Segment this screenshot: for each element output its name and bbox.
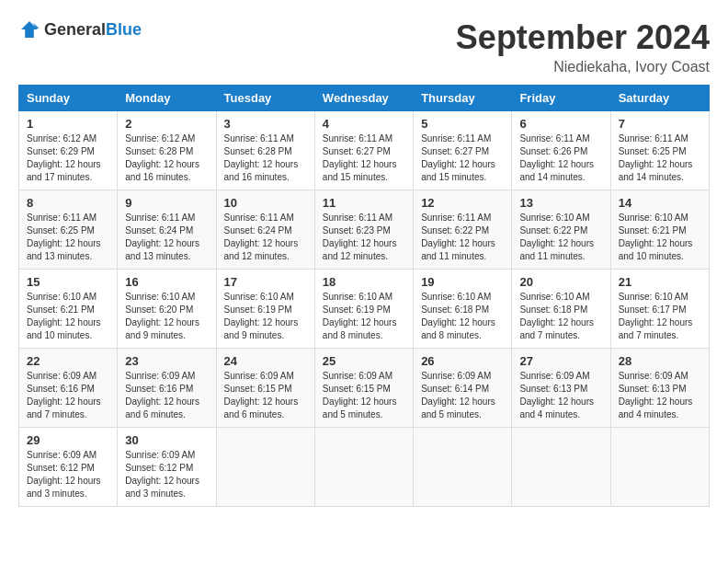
day-cell: 15Sunrise: 6:10 AM Sunset: 6:21 PM Dayli…	[19, 270, 118, 349]
day-number: 16	[125, 275, 208, 289]
day-info: Sunrise: 6:11 AM Sunset: 6:27 PM Dayligh…	[323, 132, 405, 184]
day-number: 21	[619, 275, 701, 289]
day-number: 2	[125, 117, 208, 131]
svg-marker-0	[21, 21, 38, 38]
week-row-3: 15Sunrise: 6:10 AM Sunset: 6:21 PM Dayli…	[19, 270, 710, 349]
day-number: 30	[125, 433, 208, 447]
header-cell-monday: Monday	[118, 86, 216, 111]
day-cell: 26Sunrise: 6:09 AM Sunset: 6:14 PM Dayli…	[414, 349, 512, 428]
day-cell: 6Sunrise: 6:11 AM Sunset: 6:26 PM Daylig…	[512, 111, 610, 190]
calendar-header: SundayMondayTuesdayWednesdayThursdayFrid…	[19, 86, 710, 111]
calendar-table: SundayMondayTuesdayWednesdayThursdayFrid…	[18, 85, 710, 507]
day-info: Sunrise: 6:09 AM Sunset: 6:12 PM Dayligh…	[27, 449, 109, 500]
day-info: Sunrise: 6:12 AM Sunset: 6:28 PM Dayligh…	[125, 132, 208, 184]
day-number: 23	[125, 354, 208, 368]
day-info: Sunrise: 6:09 AM Sunset: 6:16 PM Dayligh…	[125, 370, 208, 421]
day-info: Sunrise: 6:11 AM Sunset: 6:24 PM Dayligh…	[224, 212, 307, 263]
day-info: Sunrise: 6:10 AM Sunset: 6:18 PM Dayligh…	[519, 291, 602, 342]
day-number: 27	[519, 354, 602, 368]
day-number: 20	[519, 275, 602, 289]
day-info: Sunrise: 6:09 AM Sunset: 6:14 PM Dayligh…	[421, 370, 504, 421]
day-number: 5	[421, 117, 504, 131]
day-cell: 19Sunrise: 6:10 AM Sunset: 6:18 PM Dayli…	[414, 270, 512, 349]
day-number: 18	[323, 275, 405, 289]
day-info: Sunrise: 6:12 AM Sunset: 6:29 PM Dayligh…	[27, 132, 109, 184]
day-cell: 30Sunrise: 6:09 AM Sunset: 6:12 PM Dayli…	[118, 428, 216, 507]
day-number: 14	[619, 196, 701, 210]
day-cell: 20Sunrise: 6:10 AM Sunset: 6:18 PM Dayli…	[512, 270, 610, 349]
month-title: September 2024	[456, 18, 710, 57]
day-cell: 17Sunrise: 6:10 AM Sunset: 6:19 PM Dayli…	[216, 270, 314, 349]
page-header: GeneralBlue September 2024 Niediekaha, I…	[18, 18, 710, 75]
day-number: 26	[421, 354, 504, 368]
header-cell-sunday: Sunday	[19, 86, 118, 111]
day-cell: 29Sunrise: 6:09 AM Sunset: 6:12 PM Dayli…	[19, 428, 118, 507]
day-info: Sunrise: 6:09 AM Sunset: 6:13 PM Dayligh…	[519, 370, 602, 421]
logo-text-general: General	[44, 20, 106, 39]
header-cell-wednesday: Wednesday	[314, 86, 413, 111]
day-info: Sunrise: 6:10 AM Sunset: 6:18 PM Dayligh…	[421, 291, 504, 342]
day-info: Sunrise: 6:10 AM Sunset: 6:20 PM Dayligh…	[125, 291, 208, 342]
day-number: 13	[519, 196, 602, 210]
day-info: Sunrise: 6:09 AM Sunset: 6:15 PM Dayligh…	[224, 370, 307, 421]
day-cell: 16Sunrise: 6:10 AM Sunset: 6:20 PM Dayli…	[118, 270, 216, 349]
day-cell: 10Sunrise: 6:11 AM Sunset: 6:24 PM Dayli…	[216, 190, 314, 270]
day-info: Sunrise: 6:09 AM Sunset: 6:15 PM Dayligh…	[323, 370, 405, 421]
header-cell-thursday: Thursday	[414, 86, 512, 111]
day-cell: 23Sunrise: 6:09 AM Sunset: 6:16 PM Dayli…	[118, 349, 216, 428]
day-number: 29	[27, 433, 109, 447]
day-number: 17	[224, 275, 307, 289]
day-number: 1	[27, 117, 109, 131]
day-info: Sunrise: 6:11 AM Sunset: 6:28 PM Dayligh…	[224, 132, 307, 184]
day-cell: 11Sunrise: 6:11 AM Sunset: 6:23 PM Dayli…	[314, 190, 413, 270]
week-row-5: 29Sunrise: 6:09 AM Sunset: 6:12 PM Dayli…	[19, 428, 710, 507]
day-cell: 5Sunrise: 6:11 AM Sunset: 6:27 PM Daylig…	[414, 111, 512, 190]
day-cell: 12Sunrise: 6:11 AM Sunset: 6:22 PM Dayli…	[414, 190, 512, 270]
day-number: 25	[323, 354, 405, 368]
day-cell: 9Sunrise: 6:11 AM Sunset: 6:24 PM Daylig…	[118, 190, 216, 270]
day-cell	[610, 428, 709, 507]
day-info: Sunrise: 6:09 AM Sunset: 6:12 PM Dayligh…	[125, 449, 208, 500]
day-info: Sunrise: 6:11 AM Sunset: 6:27 PM Dayligh…	[421, 132, 504, 184]
day-number: 4	[323, 117, 405, 131]
header-row: SundayMondayTuesdayWednesdayThursdayFrid…	[19, 86, 710, 111]
title-block: September 2024 Niediekaha, Ivory Coast	[456, 18, 710, 75]
day-cell: 2Sunrise: 6:12 AM Sunset: 6:28 PM Daylig…	[118, 111, 216, 190]
day-number: 22	[27, 354, 109, 368]
day-cell: 7Sunrise: 6:11 AM Sunset: 6:25 PM Daylig…	[610, 111, 709, 190]
day-cell: 21Sunrise: 6:10 AM Sunset: 6:17 PM Dayli…	[610, 270, 709, 349]
day-number: 3	[224, 117, 307, 131]
day-cell: 25Sunrise: 6:09 AM Sunset: 6:15 PM Dayli…	[314, 349, 413, 428]
week-row-4: 22Sunrise: 6:09 AM Sunset: 6:16 PM Dayli…	[19, 349, 710, 428]
day-cell	[512, 428, 610, 507]
day-info: Sunrise: 6:09 AM Sunset: 6:13 PM Dayligh…	[619, 370, 701, 421]
day-number: 11	[323, 196, 405, 210]
day-cell: 22Sunrise: 6:09 AM Sunset: 6:16 PM Dayli…	[19, 349, 118, 428]
day-cell: 4Sunrise: 6:11 AM Sunset: 6:27 PM Daylig…	[314, 111, 413, 190]
day-number: 28	[619, 354, 701, 368]
day-number: 7	[619, 117, 701, 131]
day-number: 10	[224, 196, 307, 210]
header-cell-friday: Friday	[512, 86, 610, 111]
day-number: 19	[421, 275, 504, 289]
day-info: Sunrise: 6:11 AM Sunset: 6:26 PM Dayligh…	[519, 132, 602, 184]
day-cell	[314, 428, 413, 507]
day-info: Sunrise: 6:09 AM Sunset: 6:16 PM Dayligh…	[27, 370, 109, 421]
day-info: Sunrise: 6:11 AM Sunset: 6:25 PM Dayligh…	[27, 212, 109, 263]
day-number: 8	[27, 196, 109, 210]
day-cell	[414, 428, 512, 507]
day-info: Sunrise: 6:11 AM Sunset: 6:23 PM Dayligh…	[323, 212, 405, 263]
day-cell: 18Sunrise: 6:10 AM Sunset: 6:19 PM Dayli…	[314, 270, 413, 349]
day-info: Sunrise: 6:10 AM Sunset: 6:19 PM Dayligh…	[224, 291, 307, 342]
day-cell: 13Sunrise: 6:10 AM Sunset: 6:22 PM Dayli…	[512, 190, 610, 270]
day-number: 9	[125, 196, 208, 210]
day-cell: 24Sunrise: 6:09 AM Sunset: 6:15 PM Dayli…	[216, 349, 314, 428]
day-info: Sunrise: 6:11 AM Sunset: 6:22 PM Dayligh…	[421, 212, 504, 263]
logo: GeneralBlue	[18, 18, 142, 40]
day-cell: 8Sunrise: 6:11 AM Sunset: 6:25 PM Daylig…	[19, 190, 118, 270]
day-cell: 27Sunrise: 6:09 AM Sunset: 6:13 PM Dayli…	[512, 349, 610, 428]
week-row-2: 8Sunrise: 6:11 AM Sunset: 6:25 PM Daylig…	[19, 190, 710, 270]
day-number: 24	[224, 354, 307, 368]
logo-text-blue: Blue	[106, 20, 142, 39]
day-info: Sunrise: 6:10 AM Sunset: 6:22 PM Dayligh…	[519, 212, 602, 263]
